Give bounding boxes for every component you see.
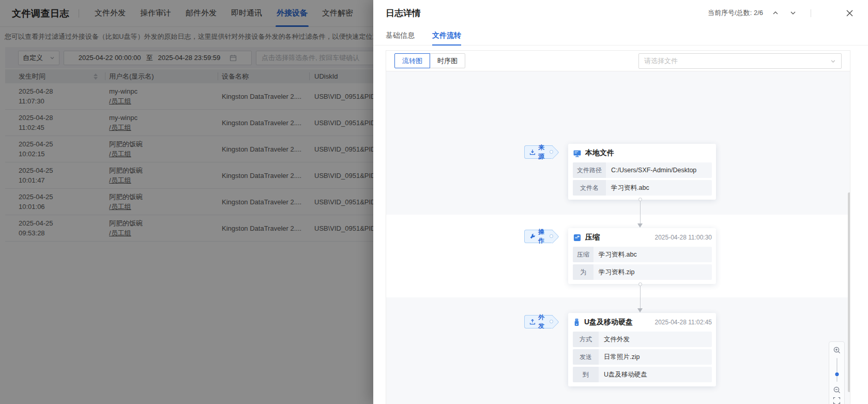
- download-icon: [529, 149, 536, 155]
- flow-row: 方式 文件外发: [573, 332, 712, 347]
- arrow-down-icon: [637, 308, 643, 312]
- flow-row-label: 方式: [573, 332, 599, 347]
- flow-canvas[interactable]: 来源 本地文件 文件路径 C:/Users/SXF-Admin/Desktop …: [386, 71, 850, 404]
- flow-node-tag: 操作: [524, 230, 553, 243]
- flow-row: 为 学习资料.zip: [573, 264, 712, 280]
- flow-row: 发送 日常照片.zip: [573, 349, 712, 365]
- flow-row-label: 文件路径: [573, 162, 606, 178]
- flow-row-label: 文件名: [573, 180, 606, 196]
- fit-screen-icon[interactable]: [832, 396, 841, 404]
- drawer-tabs: 基础信息 文件流转: [373, 26, 868, 46]
- flow-node-title: U盘及移动硬盘: [584, 318, 633, 327]
- zoom-out-icon[interactable]: [832, 385, 841, 394]
- log-detail-drawer: 日志详情 当前序号/总数: 2/6 基础信息 文件流转 流转图 时序图: [373, 0, 868, 404]
- view-toggle-button[interactable]: 流转图: [394, 53, 430, 68]
- flow-node-card[interactable]: U盘及移动硬盘 2025-04-28 11:02:45 方式 文件外发 发送 日…: [568, 313, 716, 386]
- flow-row-label: 为: [573, 264, 593, 280]
- flow-row-value: 日常照片.zip: [599, 349, 639, 365]
- compress-icon: [573, 233, 582, 242]
- file-flow-panel: 流转图 时序图 请选择文件 来源 本地: [386, 50, 850, 404]
- flow-row: 压缩 学习资料.abc: [573, 247, 712, 262]
- canvas-zoom-toolbar: [829, 341, 845, 404]
- flow-node-time: 2025-04-28 11:00:30: [654, 234, 712, 241]
- usb-icon: [573, 318, 581, 326]
- file-select-placeholder: 请选择文件: [644, 56, 678, 66]
- flow-row-value: 学习资料.abc: [593, 247, 637, 262]
- chevron-down-icon: [830, 58, 836, 64]
- flow-node-card[interactable]: 压缩 2025-04-28 11:00:30 压缩 学习资料.abc 为 学习资…: [568, 228, 716, 284]
- view-toggle-button[interactable]: 时序图: [430, 53, 465, 68]
- flow-row-label: 压缩: [573, 247, 593, 262]
- flow-row-value: 文件外发: [599, 332, 630, 347]
- flow-node-tag-label: 来源: [538, 143, 544, 161]
- header-divider: [811, 9, 811, 17]
- pager-label: 当前序号/总数: 2/6: [708, 8, 763, 18]
- arrow-down-icon: [637, 223, 643, 228]
- monitor-icon: [573, 149, 582, 158]
- flow-row-value: U盘及移动硬盘: [599, 367, 647, 382]
- drawer-tab[interactable]: 基础信息: [386, 26, 415, 45]
- flow-row-value: 学习资料.abc: [606, 180, 649, 196]
- flow-row-label: 到: [573, 367, 599, 382]
- flow-node-tag-label: 外发: [538, 313, 544, 331]
- flow-row: 到 U盘及移动硬盘: [573, 367, 712, 382]
- file-select[interactable]: 请选择文件: [638, 53, 842, 69]
- flow-node-card[interactable]: 本地文件 文件路径 C:/Users/SXF-Admin/Desktop 文件名…: [568, 144, 716, 200]
- canvas-scrollbar-thumb[interactable]: [848, 192, 850, 392]
- flow-row-label: 发送: [573, 349, 599, 365]
- flow-connector: [637, 282, 643, 312]
- drawer-title: 日志详情: [386, 7, 421, 19]
- flow-node-time: 2025-04-28 11:02:45: [654, 319, 712, 326]
- zoom-slider[interactable]: [836, 358, 837, 382]
- flow-node-tag: 来源: [524, 145, 553, 159]
- drawer-header: 日志详情 当前序号/总数: 2/6: [373, 0, 868, 26]
- close-icon[interactable]: [844, 8, 855, 18]
- flow-row-value: C:/Users/SXF-Admin/Desktop: [606, 162, 696, 178]
- prev-log-button[interactable]: [770, 8, 781, 18]
- flow-node-title: 压缩: [585, 233, 600, 242]
- next-log-button[interactable]: [788, 8, 798, 18]
- zoom-slider-handle[interactable]: [835, 372, 839, 376]
- flow-node-tag: 外发: [524, 315, 553, 328]
- drawer-tab[interactable]: 文件流转: [432, 26, 461, 45]
- flow-row-value: 学习资料.zip: [593, 264, 634, 280]
- flow-node-title: 本地文件: [585, 148, 614, 158]
- pager-value: 2/6: [754, 9, 763, 17]
- view-toggle-group: 流转图 时序图: [394, 53, 465, 68]
- export-icon: [529, 319, 536, 325]
- flow-controls: 流转图 时序图 请选择文件: [386, 51, 850, 71]
- screen: 文件调查日志 文件外发 操作审计 邮件外发 即时通讯 外接设备 文件解密 您可以…: [0, 0, 868, 404]
- flow-row: 文件路径 C:/Users/SXF-Admin/Desktop: [573, 162, 712, 178]
- wrench-icon: [529, 233, 536, 240]
- flow-connector: [637, 198, 643, 228]
- flow-row: 文件名 学习资料.abc: [573, 180, 712, 196]
- flow-node-tag-label: 操作: [538, 228, 544, 245]
- zoom-in-icon[interactable]: [832, 346, 841, 354]
